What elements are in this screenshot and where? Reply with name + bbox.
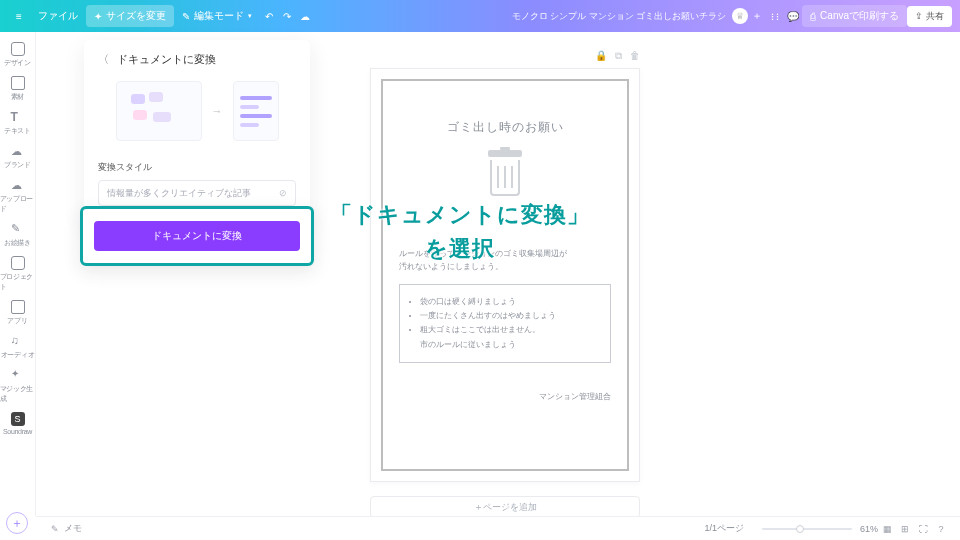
sidebar-item-apps[interactable]: アプリ — [0, 296, 36, 328]
style-label: 変換スタイル — [98, 161, 296, 174]
rule-item: 市のルールに従いましょう — [420, 338, 602, 352]
resize-button[interactable]: ✦サイズを変更 — [86, 5, 174, 27]
panel-title: ドキュメントに変換 — [117, 52, 216, 67]
delete-icon[interactable]: 🗑 — [630, 50, 640, 62]
style-select[interactable]: 情報量が多くクリエイティブな記事 ⊘ — [98, 180, 296, 206]
rule-item: 一度にたくさん出すのはやめましょう — [420, 309, 602, 323]
flyer-footer: マンション管理組合 — [399, 391, 611, 402]
clear-icon[interactable]: ⊘ — [279, 188, 287, 198]
rule-item: 粗大ゴミはここでは出せません。 — [420, 323, 602, 337]
doc-title[interactable]: モノクロ シンプル マンション ゴミ出しお願いチラシ — [512, 10, 727, 23]
add-panel-button[interactable]: ＋ — [6, 512, 28, 534]
convert-button[interactable]: ドキュメントに変換 — [94, 221, 300, 251]
left-sidebar: デザイン 素材 Tテキスト ☁ブランド ☁アップロード ✎お絵描き プロジェクト… — [0, 32, 36, 516]
top-header: ≡ ファイル ✦サイズを変更 ✎編集モード▾ ↶ ↷ ☁ モノクロ シンプル マ… — [0, 0, 960, 32]
notes-label[interactable]: メモ — [64, 522, 82, 535]
sidebar-item-magic[interactable]: ✦マジック生成 — [0, 364, 36, 406]
share-button[interactable]: ⇪共有 — [907, 6, 952, 27]
duplicate-icon[interactable]: ⧉ — [615, 50, 622, 62]
grid-icon[interactable]: ⊞ — [896, 520, 914, 538]
redo-button[interactable]: ↷ — [278, 7, 296, 25]
crown-icon[interactable]: ♕ — [732, 8, 748, 24]
comment-icon[interactable]: 💬 — [784, 7, 802, 25]
cloud-sync-icon[interactable]: ☁ — [296, 7, 314, 25]
notes-icon[interactable]: ✎ — [46, 520, 64, 538]
zoom-slider[interactable] — [762, 528, 852, 530]
help-icon[interactable]: ? — [932, 520, 950, 538]
add-page-button[interactable]: ＋ページを追加 — [370, 496, 640, 518]
file-menu[interactable]: ファイル — [30, 5, 86, 27]
convert-panel: 〈 ドキュメントに変換 → 変換スタイル 情報量が多くクリエイティブな記事 ⊘ — [84, 40, 310, 224]
page-indicator[interactable]: 1/1ページ — [704, 522, 744, 535]
lock-icon[interactable]: 🔒 — [595, 50, 607, 62]
menu-button[interactable]: ≡ — [8, 7, 30, 26]
editmode-button[interactable]: ✎編集モード▾ — [174, 5, 260, 27]
sidebar-item-design[interactable]: デザイン — [0, 38, 36, 70]
page-1[interactable]: ゴミ出し時のお願い ルールを守ってマンションのゴミ収集場周辺が汚れないようにしま… — [370, 68, 640, 482]
rule-item: 袋の口は硬く縛りましょう — [420, 295, 602, 309]
bottom-bar: ✎ メモ 1/1ページ 61% ▦ ⊞ ⛶ ? — [36, 516, 960, 540]
canvas-area: 🔒 ⧉ 🗑 ゴミ出し時のお願い ルールを守ってマンションのゴミ収集場周辺が汚れな… — [370, 50, 640, 518]
sidebar-item-elements[interactable]: 素材 — [0, 72, 36, 104]
convert-highlight: ドキュメントに変換 — [80, 206, 314, 266]
arrow-icon: → — [212, 105, 223, 117]
sidebar-item-upload[interactable]: ☁アップロード — [0, 174, 36, 216]
print-button[interactable]: ⎙Canvaで印刷する — [802, 5, 907, 27]
sidebar-item-audio[interactable]: ♫オーディオ — [0, 330, 36, 362]
sidebar-item-soundraw[interactable]: SSoundraw — [0, 408, 36, 437]
sidebar-item-brand[interactable]: ☁ブランド — [0, 140, 36, 172]
conversion-preview: → — [98, 81, 296, 141]
undo-button[interactable]: ↶ — [260, 7, 278, 25]
fullscreen-icon[interactable]: ⛶ — [914, 520, 932, 538]
plus-button[interactable]: ＋ — [748, 7, 766, 25]
flyer-desc: ルールを守ってマンションのゴミ収集場周辺が汚れないようにしましょう。 — [399, 248, 611, 274]
trash-icon — [484, 150, 526, 198]
sidebar-item-text[interactable]: Tテキスト — [0, 106, 36, 138]
back-button[interactable]: 〈 — [98, 52, 109, 67]
view-grid-icon[interactable]: ▦ — [878, 520, 896, 538]
preview-target-icon — [233, 81, 279, 141]
analytics-icon[interactable]: ⫶⫶ — [766, 7, 784, 25]
sidebar-item-draw[interactable]: ✎お絵描き — [0, 218, 36, 250]
zoom-value: 61% — [860, 524, 878, 534]
sidebar-item-projects[interactable]: プロジェクト — [0, 252, 36, 294]
rules-box: 袋の口は硬く縛りましょう 一度にたくさん出すのはやめましょう 粗大ゴミはここでは… — [399, 284, 611, 364]
flyer-title: ゴミ出し時のお願い — [447, 119, 564, 136]
preview-source-icon — [116, 81, 202, 141]
